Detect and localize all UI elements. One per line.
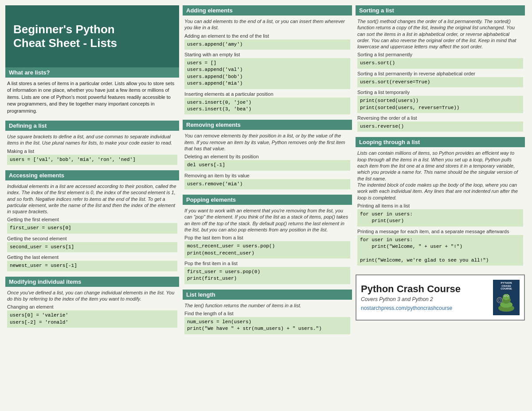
- accessing-code-2: newest_user = users[-1]: [7, 261, 177, 271]
- section-body-defining: Use square brackets to define a list, an…: [5, 133, 179, 167]
- sorting-code-2: print(sorted(users)) print(sorted(users,…: [357, 96, 523, 113]
- accessing-desc: Individual elements in a list are access…: [7, 183, 177, 215]
- page-title: Beginner's Python Cheat Sheet - Lists: [5, 5, 179, 67]
- removing-desc: You can remove elements by their positio…: [184, 133, 350, 152]
- defining-label-0: Making a list: [7, 149, 177, 154]
- popping-desc: If you want to work with an element that…: [184, 207, 350, 233]
- section-header-what-are-lists: What are lists?: [5, 67, 179, 78]
- accessing-label-1: Getting the second element: [7, 236, 177, 241]
- list-length-desc: The len() function returns the number of…: [184, 302, 350, 309]
- section-body-removing: You can remove elements by their positio…: [183, 132, 352, 191]
- svg-point-6: [505, 295, 505, 296]
- popping-code-0: most_recent_user = users.pop() print(mos…: [184, 241, 350, 258]
- modifying-desc: Once you've defined a list, you can chan…: [7, 290, 177, 302]
- popping-label-1: Pop the first item in a list: [184, 261, 350, 266]
- popping-code-1: first_user = users.pop(0) print(first_us…: [184, 267, 350, 284]
- svg-point-7: [507, 295, 508, 296]
- modifying-label-0: Changing an element: [7, 304, 177, 309]
- looping-code-1: for user in users: print("Welcome, " + u…: [357, 235, 523, 266]
- adding-code-1: users = [] users.append('val') users.app…: [184, 58, 350, 89]
- modifying-code-0: users[0] = 'valerie' users[-2] = 'ronald…: [7, 310, 177, 328]
- section-header-modifying: Modifying individual items: [5, 277, 179, 287]
- accessing-label-0: Getting the first element: [7, 217, 177, 222]
- removing-label-1: Removing an item by its value: [184, 173, 350, 178]
- column-3: Sorting a list The sort() method changes…: [354, 4, 527, 341]
- section-header-removing: Removing elements: [183, 120, 352, 130]
- sorting-label-0: Sorting a list permanently: [357, 52, 523, 57]
- section-header-popping: Popping elements: [183, 195, 352, 205]
- column-1: Beginner's Python Cheat Sheet - Lists Wh…: [4, 4, 181, 341]
- section-body-adding: You can add elements to the end of a lis…: [183, 17, 352, 116]
- section-body-looping: Lists can contain millions of items, so …: [356, 149, 525, 267]
- svg-point-3: [503, 294, 510, 300]
- section-body-popping: If you want to work with an element that…: [183, 207, 352, 286]
- popping-label-0: Pop the last item from a list: [184, 235, 350, 240]
- section-popping: Popping elements If you want to work wit…: [183, 195, 352, 286]
- adding-code-2: users.insert(0, 'joe') users.insert(3, '…: [184, 98, 350, 115]
- section-adding: Adding elements You can add elements to …: [183, 5, 352, 116]
- promo-block: Python Crash Course Covers Python 3 and …: [356, 274, 525, 321]
- promo-link[interactable]: nostarchpress.com/pythoncrashcourse: [361, 305, 452, 311]
- sorting-code-1: users.sort(reverse=True): [357, 77, 523, 87]
- removing-code-1: users.remove('mia'): [184, 179, 350, 189]
- section-removing: Removing elements You can remove element…: [183, 120, 352, 191]
- page: Beginner's Python Cheat Sheet - Lists Wh…: [0, 0, 532, 345]
- accessing-code-1: second_user = users[1]: [7, 242, 177, 252]
- section-body-accessing: Individual elements in a list are access…: [5, 182, 179, 273]
- section-body-what-are-lists: A list stores a series of items in a par…: [5, 79, 179, 117]
- section-header-looping: Looping through a list: [356, 137, 525, 147]
- looping-code-0: for user in users: print(user): [357, 209, 523, 227]
- section-header-accessing: Accessing elements: [5, 170, 179, 180]
- section-header-list-length: List length: [183, 290, 352, 300]
- accessing-label-2: Getting the last element: [7, 254, 177, 260]
- section-list-length: List length The len() function returns t…: [183, 290, 352, 336]
- promo-subtitle: Covers Python 3 and Python 2: [361, 296, 489, 302]
- defining-code-0: users = ['val', 'bob', 'mia', 'ron', 'ne…: [7, 155, 177, 165]
- looping-label-0: Printing all items in a list: [357, 203, 523, 208]
- book-cover: PYTHON CRASH COURSE: [493, 280, 520, 315]
- adding-label-0: Adding an element to the end of the list: [184, 33, 350, 39]
- svg-point-8: [497, 297, 502, 303]
- sorting-code-0: users.sort(): [357, 58, 523, 68]
- sorting-code-3: users.reverse(): [357, 121, 523, 132]
- promo-text: Python Crash Course Covers Python 3 and …: [361, 284, 489, 311]
- promo-title: Python Crash Course: [361, 284, 489, 294]
- sorting-label-3: Reversing the order of a list: [357, 115, 523, 121]
- section-what-are-lists: What are lists? A list stores a series o…: [5, 67, 179, 117]
- adding-desc: You can add elements to the end of a lis…: [184, 18, 350, 31]
- section-body-sorting: The sort() method changes the order of a…: [356, 17, 525, 133]
- adding-code-0: users.append('amy'): [184, 39, 350, 50]
- list-length-code-0: num_users = len(users) print("We have " …: [184, 317, 350, 334]
- adding-label-1: Starting with an empty list: [184, 52, 350, 57]
- removing-code-0: del users[-1]: [184, 160, 350, 170]
- defining-desc: Use square brackets to define a list, an…: [7, 133, 177, 146]
- sorting-label-1: Sorting a list permanently in reverse al…: [357, 71, 523, 76]
- section-looping: Looping through a list Lists can contain…: [356, 137, 525, 267]
- list-length-label-0: Find the length of a list: [184, 311, 350, 316]
- looping-label-1: Printing a message for each item, and a …: [357, 229, 523, 234]
- sorting-label-2: Sorting a list temporarily: [357, 90, 523, 95]
- book-cover-title: PYTHON CRASH COURSE: [501, 282, 512, 290]
- looping-desc: Lists can contain millions of items, so …: [357, 150, 523, 200]
- sorting-desc: The sort() method changes the order of a…: [357, 18, 523, 50]
- section-accessing: Accessing elements Individual elements i…: [5, 170, 179, 273]
- section-sorting: Sorting a list The sort() method changes…: [356, 5, 525, 133]
- section-defining: Defining a list Use square brackets to d…: [5, 121, 179, 167]
- adding-label-2: Inserting elements at a particular posit…: [184, 91, 350, 97]
- book-cover-illustration: [495, 291, 517, 313]
- section-header-defining: Defining a list: [5, 121, 179, 131]
- section-body-modifying: Once you've defined a list, you can chan…: [5, 289, 179, 329]
- section-body-list-length: The len() function returns the number of…: [183, 301, 352, 336]
- removing-label-0: Deleting an element by its position: [184, 154, 350, 159]
- section-header-adding: Adding elements: [183, 5, 352, 16]
- section-header-sorting: Sorting a list: [356, 5, 525, 16]
- section-modifying: Modifying individual items Once you've d…: [5, 277, 179, 329]
- what-are-lists-text: A list stores a series of items in a par…: [7, 80, 177, 114]
- svg-point-9: [498, 299, 501, 301]
- column-2: Adding elements You can add elements to …: [181, 4, 354, 341]
- accessing-code-0: first_user = users[0]: [7, 223, 177, 233]
